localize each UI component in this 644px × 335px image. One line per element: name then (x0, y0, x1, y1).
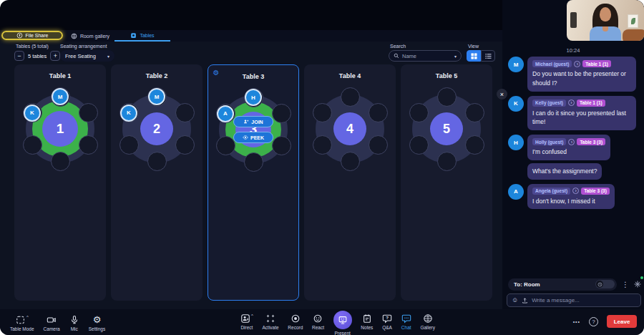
seating-arrangement-select[interactable]: Free Seating ▾ (60, 50, 114, 62)
decrease-tables-button[interactable]: − (14, 51, 24, 61)
participant-avatar[interactable]: M (148, 88, 165, 105)
increase-tables-button[interactable]: + (50, 51, 60, 61)
list-view-button[interactable] (481, 50, 495, 62)
chat-bubble: Holly (guest) › Table 3 (3) I'm confused (527, 135, 610, 160)
tab-file-share[interactable]: File Share (1, 31, 63, 40)
seat[interactable] (465, 135, 484, 155)
table-card-4[interactable]: Table 4 4 (304, 64, 396, 301)
seat[interactable] (369, 103, 388, 122)
react-button[interactable]: React (312, 311, 324, 335)
chat-effects-icon[interactable] (634, 278, 641, 291)
chat-avatar[interactable]: A (508, 184, 524, 200)
close-chat-button[interactable]: × (497, 89, 507, 99)
table-graphic: 4 (311, 89, 389, 168)
seat[interactable] (313, 135, 332, 155)
seat[interactable] (409, 103, 429, 122)
table-tag-badge[interactable]: Table 3 (3) (581, 188, 610, 195)
table-card-2[interactable]: Table 2 2 M K (111, 64, 203, 301)
seat[interactable] (23, 135, 42, 155)
mic-button[interactable]: Mic (69, 312, 79, 331)
seat[interactable] (175, 135, 195, 155)
qa-button[interactable]: ? Q&A (382, 311, 392, 335)
peek-table-button[interactable]: PEEK (233, 132, 273, 143)
participant-avatar[interactable]: A (217, 105, 234, 122)
video-bg-couch (623, 29, 644, 41)
seat[interactable] (313, 103, 332, 122)
seat[interactable] (79, 135, 98, 155)
search-input[interactable] (402, 53, 452, 59)
participant-avatar[interactable]: M (52, 88, 69, 105)
chat-button[interactable]: Chat (401, 311, 411, 335)
self-video-thumbnail[interactable] (567, 0, 644, 41)
activate-button[interactable]: Activate (263, 311, 279, 335)
chat-avatar[interactable]: K (508, 96, 524, 112)
participant-avatar[interactable]: K (120, 105, 137, 122)
chat-avatar[interactable]: H (508, 135, 524, 150)
seating-arrangement-value: Free Seating (65, 53, 96, 59)
seat[interactable] (175, 103, 195, 122)
video-bg-speaker (570, 12, 577, 28)
table-card-3[interactable]: ⚙ Table 3 3 H A JOIN PEE (208, 64, 299, 301)
table-tag-badge[interactable]: Table 1 (1) (582, 60, 611, 67)
table-tag-badge[interactable]: Table 1 (1) (577, 99, 605, 107)
join-table-button[interactable]: JOIN (233, 116, 273, 127)
emoji-icon[interactable]: ☺ (512, 297, 518, 304)
table-mode-button[interactable]: ^ Table Mode (10, 312, 34, 331)
chat-options-icon[interactable]: ⋮ (622, 281, 629, 288)
seat[interactable] (465, 103, 484, 122)
recipient-select[interactable]: To: Room (508, 278, 617, 291)
seat[interactable] (244, 152, 263, 172)
sender-name-badge[interactable]: Holly (guest) (532, 138, 566, 145)
search-filter-caret-icon[interactable]: ▾ (454, 54, 457, 59)
sender-name-badge[interactable]: Kelly (guest) (532, 99, 566, 107)
seat[interactable] (437, 152, 457, 171)
tables-count-value: 5 tables (28, 53, 47, 59)
sender-name-badge[interactable]: Angela (guest) (532, 188, 570, 195)
more-options-icon[interactable]: ••• (573, 319, 580, 324)
table-card-5[interactable]: Table 5 5 (401, 64, 492, 301)
tab-room-gallery[interactable]: Room gallery (66, 30, 114, 42)
message-text: Do you want to be the presenter or shoul… (532, 69, 631, 88)
leave-button[interactable]: Leave (607, 315, 637, 328)
upload-icon[interactable] (522, 297, 528, 304)
table-tag-badge[interactable]: Table 3 (3) (577, 138, 605, 145)
table-title: Table 3 (208, 73, 298, 80)
seat[interactable] (369, 135, 388, 155)
camera-icon (47, 315, 57, 325)
gallery-button[interactable]: Gallery (420, 311, 435, 335)
settings-button[interactable]: ⚙ Settings (89, 312, 106, 331)
direct-button[interactable]: ^ Direct (240, 311, 253, 335)
seat[interactable] (272, 136, 291, 155)
record-button[interactable]: Record (288, 311, 303, 335)
tables-total-label: Tables (5 total) (16, 44, 49, 49)
table-card-1[interactable]: Table 1 1 M K (14, 64, 106, 301)
sender-name-badge[interactable]: Michael (guest) (532, 60, 572, 67)
history-toggle[interactable] (595, 280, 615, 288)
notes-button[interactable]: Notes (361, 311, 373, 335)
grid-view-button[interactable] (467, 50, 481, 62)
message-input[interactable] (532, 297, 636, 304)
seat[interactable] (437, 87, 457, 107)
seat[interactable] (79, 103, 98, 122)
camera-button[interactable]: Camera (44, 312, 60, 331)
seat[interactable] (272, 104, 291, 123)
tab-tables[interactable]: Tables (114, 30, 170, 42)
seat[interactable] (51, 152, 70, 171)
seat[interactable] (216, 136, 235, 155)
seat[interactable] (147, 152, 167, 171)
file-share-icon (16, 32, 23, 39)
chat-avatar[interactable]: M (508, 57, 524, 72)
participant-avatar[interactable]: K (24, 105, 41, 122)
seat[interactable] (341, 152, 360, 171)
chat-message: K Kelly (guest) › Table 1 (1) I can do i… (508, 96, 640, 131)
bottom-toolbar: ^ Table Mode Camera Mic ⚙ Settings ^ (0, 309, 644, 335)
session-controls: ^ Direct Activate Record React Present (240, 311, 435, 335)
help-icon[interactable]: ? (589, 317, 598, 326)
seat[interactable] (409, 135, 429, 155)
table-settings-gear-icon[interactable]: ⚙ (212, 69, 220, 77)
present-button[interactable]: Present (333, 311, 352, 335)
seat[interactable] (119, 135, 139, 155)
view-toggle (467, 50, 495, 62)
seat[interactable] (341, 87, 360, 107)
participant-avatar[interactable]: H (245, 89, 262, 106)
